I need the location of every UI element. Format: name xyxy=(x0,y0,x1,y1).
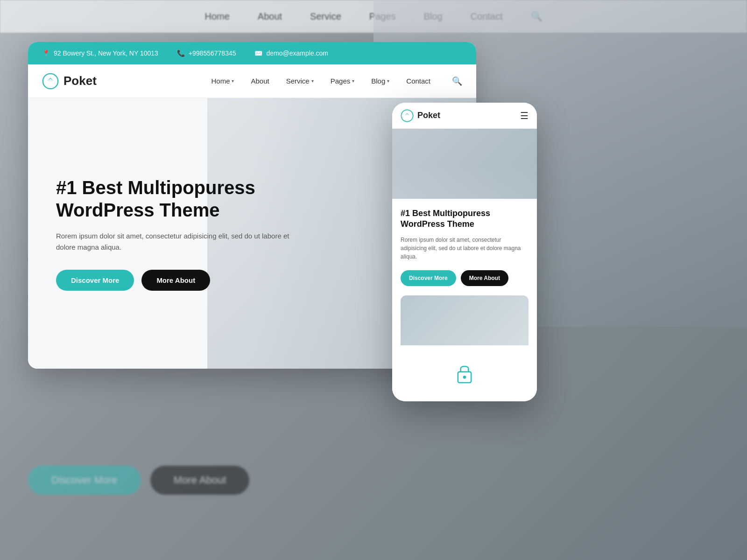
email-icon: ✉️ xyxy=(254,49,262,57)
nav-home[interactable]: Home ▾ xyxy=(211,77,234,85)
location-icon: 📍 xyxy=(42,49,50,57)
address-text: 92 Bowery St., New York, NY 10013 xyxy=(54,49,158,57)
nav-about[interactable]: About xyxy=(251,77,269,85)
nav-service[interactable]: Service ▾ xyxy=(286,77,314,85)
mobile-hero-image xyxy=(392,129,537,199)
mobile-hero-description: Rorem ipsum dolor sit amet, consectetur … xyxy=(401,236,529,261)
nav-contact[interactable]: Contact xyxy=(406,77,430,85)
svg-point-1 xyxy=(401,110,413,121)
home-chevron: ▾ xyxy=(232,78,234,84)
search-icon[interactable]: 🔍 xyxy=(452,76,462,86)
mobile-about-button[interactable]: More About xyxy=(461,270,508,286)
desktop-nav: Poket Home ▾ About Service ▾ Pages ▾ Blo… xyxy=(28,64,476,98)
mobile-hero-buttons: Discover More More About xyxy=(401,270,529,286)
bg-buttons: Discover More More About xyxy=(28,466,249,495)
phone-text: +998556778345 xyxy=(189,49,236,57)
bg-about-button: More About xyxy=(150,466,250,495)
mobile-header: Poket ☰ xyxy=(392,103,537,129)
mobile-card: Poket ☰ #1 Best Multipopuress WordPress … xyxy=(392,103,537,401)
bg-nav-service: Service xyxy=(310,11,341,22)
lock-icon xyxy=(453,362,476,385)
desktop-nav-links: Home ▾ About Service ▾ Pages ▾ Blog ▾ Co… xyxy=(211,76,462,86)
mobile-discover-button[interactable]: Discover More xyxy=(401,270,456,286)
info-bar: 📍 92 Bowery St., New York, NY 10013 📞 +9… xyxy=(28,42,476,64)
mobile-content: #1 Best Multipopuress WordPress Theme Ro… xyxy=(392,199,537,370)
email-text: demo@example.com xyxy=(266,49,328,57)
phone-info: 📞 +998556778345 xyxy=(177,49,236,57)
email-info: ✉️ demo@example.com xyxy=(254,49,328,57)
more-about-button[interactable]: More About xyxy=(141,270,210,291)
mobile-hero-image-overlay xyxy=(392,129,537,199)
svg-point-0 xyxy=(43,73,58,88)
mobile-hero-title: #1 Best Multipopuress WordPress Theme xyxy=(401,208,529,230)
hero-buttons: Discover More More About xyxy=(56,270,289,291)
desktop-logo: Poket xyxy=(42,73,97,90)
hero-description: Rorem ipsum dolor sit amet, consectetur … xyxy=(56,231,289,253)
bg-nav-home: Home xyxy=(204,11,229,22)
address-info: 📍 92 Bowery St., New York, NY 10013 xyxy=(42,49,158,57)
pages-chevron: ▾ xyxy=(352,78,354,84)
bg-nav-about: About xyxy=(258,11,282,22)
nav-blog[interactable]: Blog ▾ xyxy=(371,77,389,85)
desktop-logo-text: Poket xyxy=(63,74,97,88)
mobile-logo: Poket xyxy=(401,109,440,122)
svg-point-3 xyxy=(463,376,466,379)
mobile-logo-text: Poket xyxy=(417,111,440,120)
blog-chevron: ▾ xyxy=(387,78,389,84)
service-chevron: ▾ xyxy=(311,78,314,84)
hero-title: #1 Best Multipopuress WordPress Theme xyxy=(56,176,289,221)
hamburger-icon[interactable]: ☰ xyxy=(520,110,529,121)
hero-content: #1 Best Multipopuress WordPress Theme Ro… xyxy=(28,176,317,291)
mobile-logo-icon xyxy=(401,109,414,122)
discover-more-button[interactable]: Discover More xyxy=(56,270,134,291)
nav-pages[interactable]: Pages ▾ xyxy=(331,77,355,85)
phone-icon: 📞 xyxy=(177,49,185,57)
bg-discover-button: Discover More xyxy=(28,466,141,495)
mobile-lock-area xyxy=(392,345,537,401)
logo-icon xyxy=(42,73,59,90)
